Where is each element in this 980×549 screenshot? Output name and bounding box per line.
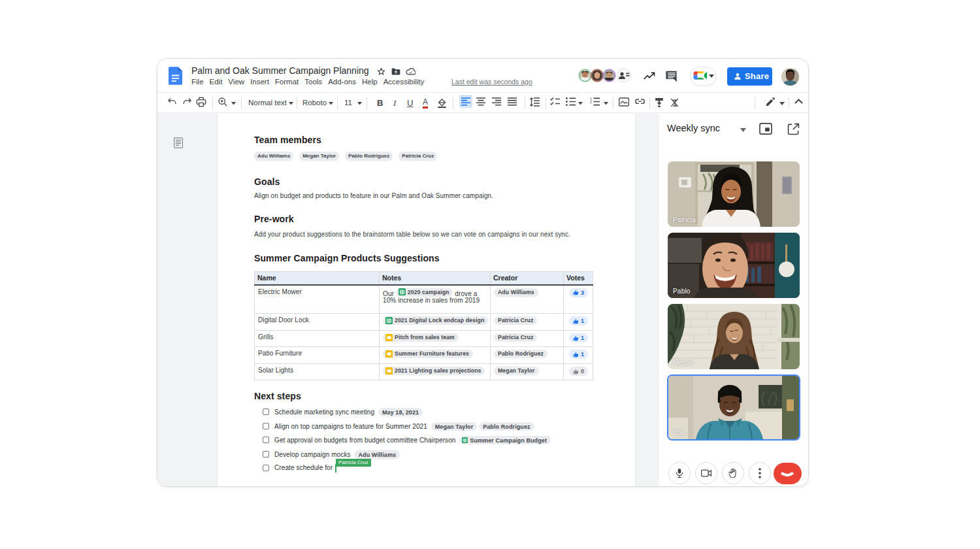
svg-text:2: 2: [590, 100, 592, 104]
